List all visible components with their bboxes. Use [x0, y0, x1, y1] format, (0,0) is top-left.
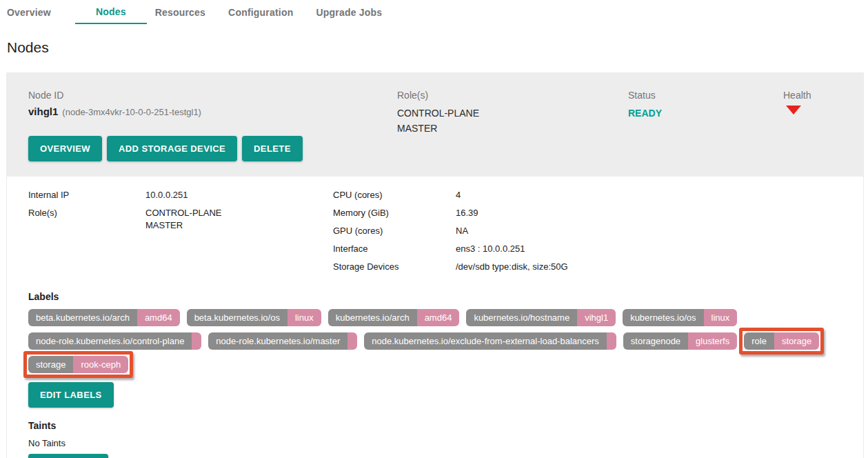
- no-taints-text: No Taints: [28, 438, 863, 448]
- node-id-value: vihgl1(node-3mx4vkr-10-0-0-251-testgl1): [28, 106, 397, 117]
- detail-value: 10.0.0.251: [145, 189, 188, 201]
- label-chip: beta.kubernetes.io/archamd64: [28, 309, 180, 326]
- detail-row: Storage Devices/dev/sdb type:disk, size:…: [333, 261, 568, 273]
- tab-configuration[interactable]: Configuration: [228, 0, 293, 24]
- label-chip-key: node.kubernetes.io/exclude-from-external…: [364, 332, 607, 350]
- tab-nodes[interactable]: Nodes: [75, 0, 147, 24]
- label-chip-value: linux: [704, 309, 738, 326]
- delete-button[interactable]: DELETE: [242, 136, 303, 161]
- node-id-label: Node ID: [28, 90, 397, 101]
- status-badge: READY: [628, 106, 783, 121]
- detail-value: NA: [456, 225, 468, 237]
- detail-row: Role(s)CONTROL-PLANEMASTER: [28, 207, 333, 232]
- detail-label: Memory (GiB): [333, 207, 456, 219]
- roles-label: Role(s): [397, 90, 628, 101]
- detail-label: Internal IP: [28, 189, 145, 201]
- health-column: Health: [783, 90, 849, 161]
- label-chip-key: beta.kubernetes.io/arch: [28, 309, 137, 326]
- label-chip-value: glusterfs: [688, 332, 737, 350]
- node-card-body: Internal IP10.0.0.251Role(s)CONTROL-PLAN…: [7, 177, 863, 458]
- label-chip-key: storage: [28, 356, 73, 373]
- detail-value: /dev/sdb type:disk, size:50G: [456, 261, 568, 273]
- label-chip-value: linux: [287, 309, 321, 326]
- detail-row: Internal IP10.0.0.251: [28, 189, 333, 201]
- label-chip-key: storagenode: [623, 332, 688, 350]
- detail-value: CONTROL-PLANEMASTER: [145, 207, 222, 232]
- highlight-annotation-box: rolestorage: [739, 328, 824, 355]
- detail-label: Interface: [333, 243, 456, 255]
- label-chip-key: node-role.kubernetes.io/master: [208, 332, 347, 350]
- node-id-detail: (node-3mx4vkr-10-0-0-251-testgl1): [62, 107, 201, 117]
- detail-value: 4: [456, 189, 461, 201]
- node-details: Internal IP10.0.0.251Role(s)CONTROL-PLAN…: [28, 189, 863, 279]
- label-chip: kubernetes.io/oslinux: [623, 309, 737, 326]
- node-card: Node ID vihgl1(node-3mx4vkr-10-0-0-251-t…: [6, 72, 864, 458]
- label-chip-key: kubernetes.io/hostname: [466, 309, 577, 326]
- detail-value: ens3 : 10.0.0.251: [456, 243, 525, 255]
- label-chip: kubernetes.io/archamd64: [328, 309, 460, 326]
- label-chip-value: amd64: [137, 309, 180, 326]
- detail-row: CPU (cores)4: [333, 189, 568, 201]
- label-chip: node-role.kubernetes.io/master: [208, 332, 357, 350]
- label-chip-value: rook-ceph: [73, 356, 128, 373]
- label-chip-value: [192, 332, 201, 350]
- label-chip: storagerook-ceph: [28, 356, 128, 373]
- node-card-header: Node ID vihgl1(node-3mx4vkr-10-0-0-251-t…: [7, 73, 863, 177]
- health-label: Health: [783, 90, 849, 101]
- detail-label: Storage Devices: [333, 261, 456, 273]
- label-chip-row: beta.kubernetes.io/archamd64beta.kuberne…: [28, 309, 863, 326]
- label-chip: kubernetes.io/hostnamevihgl1: [466, 309, 616, 326]
- label-chip-row: node-role.kubernetes.io/control-planenod…: [28, 332, 863, 350]
- labels-section-title: Labels: [28, 291, 863, 302]
- detail-value: 16.39: [456, 207, 478, 219]
- label-chip-rows: beta.kubernetes.io/archamd64beta.kuberne…: [28, 309, 863, 373]
- role-master: MASTER: [397, 121, 628, 136]
- details-right-column: CPU (cores)4Memory (GiB)16.39GPU (cores)…: [333, 189, 568, 279]
- edit-labels-button[interactable]: EDIT LABELS: [28, 382, 114, 408]
- detail-label: GPU (cores): [333, 225, 456, 237]
- health-alert-icon[interactable]: [786, 106, 801, 114]
- role-control-plane: CONTROL-PLANE: [397, 106, 628, 121]
- page-title: Nodes: [7, 39, 868, 56]
- label-chip-key: beta.kubernetes.io/os: [187, 309, 287, 326]
- label-chip-value: amd64: [417, 309, 460, 326]
- label-chip-value: [347, 332, 357, 350]
- label-chip: rolestorage: [744, 332, 819, 350]
- label-chip-key: kubernetes.io/arch: [328, 309, 417, 326]
- label-chip: storagenodeglusterfs: [623, 332, 737, 350]
- taints-section-title: Taints: [28, 420, 863, 431]
- label-chip-key: node-role.kubernetes.io/control-plane: [28, 332, 192, 350]
- label-chip-value: vihgl1: [577, 309, 616, 326]
- label-chip-value: storage: [774, 332, 819, 350]
- detail-row: GPU (cores)NA: [333, 225, 568, 237]
- tab-overview[interactable]: Overview: [7, 0, 51, 24]
- status-column: Status READY: [628, 90, 783, 161]
- label-chip-row: storagerook-ceph: [28, 356, 863, 373]
- node-action-buttons: OVERVIEW ADD STORAGE DEVICE DELETE: [28, 136, 397, 161]
- status-label: Status: [628, 90, 783, 101]
- label-chip-value: [607, 332, 616, 350]
- node-id-column: Node ID vihgl1(node-3mx4vkr-10-0-0-251-t…: [28, 90, 397, 161]
- overview-button[interactable]: OVERVIEW: [28, 136, 102, 161]
- tab-bar: Overview Nodes Resources Configuration U…: [0, 0, 868, 24]
- label-chip-key: kubernetes.io/os: [623, 309, 703, 326]
- detail-label: CPU (cores): [333, 189, 456, 201]
- label-chip: node-role.kubernetes.io/control-plane: [28, 332, 201, 350]
- roles-column: Role(s) CONTROL-PLANE MASTER: [397, 90, 628, 161]
- tab-upgrade-jobs[interactable]: Upgrade Jobs: [316, 0, 382, 24]
- node-id-name: vihgl1: [28, 106, 58, 117]
- detail-label: Role(s): [28, 207, 145, 232]
- label-chip: beta.kubernetes.io/oslinux: [187, 309, 321, 326]
- detail-row: Interfaceens3 : 10.0.0.251: [333, 243, 568, 255]
- tab-resources[interactable]: Resources: [155, 0, 205, 24]
- detail-row: Memory (GiB)16.39: [333, 207, 568, 219]
- add-storage-device-button[interactable]: ADD STORAGE DEVICE: [107, 136, 237, 161]
- add-taints-button[interactable]: ADD TAINTS: [28, 454, 108, 458]
- highlight-annotation-box: storagerook-ceph: [23, 351, 133, 378]
- label-chip-key: role: [744, 332, 774, 350]
- label-chip: node.kubernetes.io/exclude-from-external…: [364, 332, 616, 350]
- details-left-column: Internal IP10.0.0.251Role(s)CONTROL-PLAN…: [28, 189, 333, 279]
